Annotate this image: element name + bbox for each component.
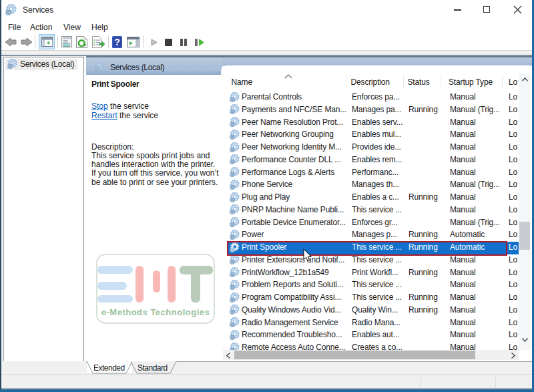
svg-text:?: ? bbox=[114, 37, 120, 47]
